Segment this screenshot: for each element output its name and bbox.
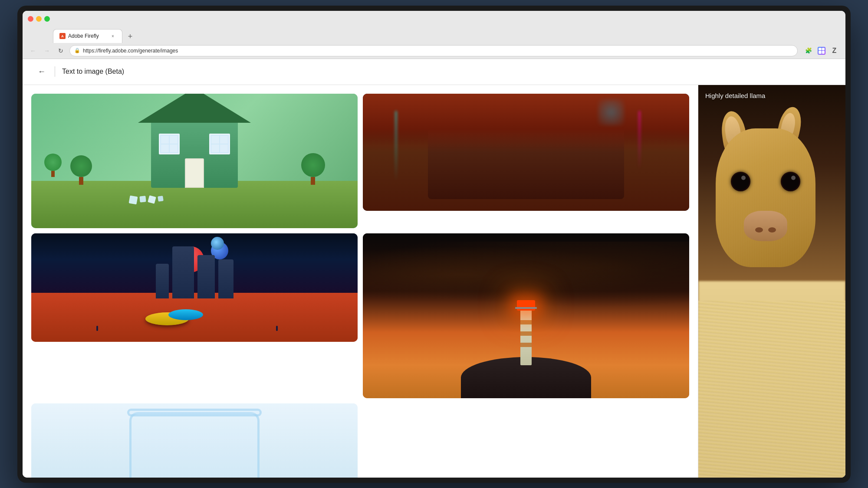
puzzle-icon: 🧩 bbox=[805, 47, 812, 54]
image-card-cyberpunk[interactable] bbox=[363, 94, 689, 211]
page-content: ← Text to image (Beta) bbox=[23, 59, 845, 478]
fullscreen-traffic-light[interactable] bbox=[44, 16, 50, 22]
title-bar bbox=[23, 11, 845, 27]
image-card-lighthouse[interactable] bbox=[363, 233, 689, 398]
new-tab-button[interactable]: + bbox=[124, 31, 136, 43]
building bbox=[172, 246, 194, 298]
menu-button[interactable]: Z bbox=[829, 45, 840, 56]
tab-close-button[interactable]: × bbox=[110, 33, 116, 39]
back-arrow-icon: ← bbox=[38, 67, 46, 76]
llama-image: Highly detailed llama bbox=[698, 85, 845, 478]
profile-button[interactable] bbox=[816, 45, 827, 56]
title-divider bbox=[55, 66, 55, 77]
page-header: ← Text to image (Beta) bbox=[23, 59, 845, 85]
image-card-house[interactable] bbox=[31, 94, 358, 228]
building bbox=[218, 259, 233, 298]
address-bar[interactable]: 🔒 https://firefly.adobe.com/generate/ima… bbox=[69, 45, 798, 56]
gallery-container: Highly detailed llama bbox=[23, 85, 845, 478]
back-button[interactable]: ← bbox=[36, 66, 48, 78]
page-title: Text to image (Beta) bbox=[62, 68, 124, 75]
house-scene bbox=[31, 94, 358, 228]
laptop-frame: A Adobe Firefly × + ← → ↻ 🔒 https://fire… bbox=[17, 6, 851, 483]
minimize-traffic-light[interactable] bbox=[36, 16, 42, 22]
forward-nav-button[interactable]: → bbox=[42, 46, 52, 56]
image-card-terrarium[interactable] bbox=[31, 403, 358, 478]
browser-chrome: A Adobe Firefly × + ← → ↻ 🔒 https://fire… bbox=[23, 11, 845, 59]
browser-window: A Adobe Firefly × + ← → ↻ 🔒 https://fire… bbox=[23, 11, 845, 478]
browser-actions: 🧩 Z bbox=[803, 45, 840, 56]
image-card-scifi[interactable] bbox=[31, 233, 358, 342]
refresh-button[interactable]: ↻ bbox=[56, 46, 66, 56]
browser-tab[interactable]: A Adobe Firefly × bbox=[53, 29, 122, 43]
extensions-button[interactable]: 🧩 bbox=[803, 45, 814, 56]
traffic-lights bbox=[28, 16, 50, 22]
building bbox=[197, 255, 215, 298]
tab-favicon: A bbox=[59, 33, 66, 39]
main-gallery bbox=[23, 85, 698, 478]
tab-title: Adobe Firefly bbox=[68, 33, 107, 39]
scifi-buildings bbox=[31, 246, 358, 298]
back-nav-button[interactable]: ← bbox=[28, 46, 38, 56]
address-bar-row: ← → ↻ 🔒 https://firefly.adobe.com/genera… bbox=[23, 43, 845, 59]
llama-label: Highly detailed llama bbox=[705, 92, 765, 99]
tab-bar: A Adobe Firefly × + bbox=[23, 27, 845, 43]
lock-icon: 🔒 bbox=[74, 48, 80, 53]
side-panel: Highly detailed llama bbox=[698, 85, 845, 478]
building bbox=[156, 264, 169, 298]
close-traffic-light[interactable] bbox=[28, 16, 33, 22]
url-text: https://firefly.adobe.com/generate/image… bbox=[83, 48, 178, 54]
